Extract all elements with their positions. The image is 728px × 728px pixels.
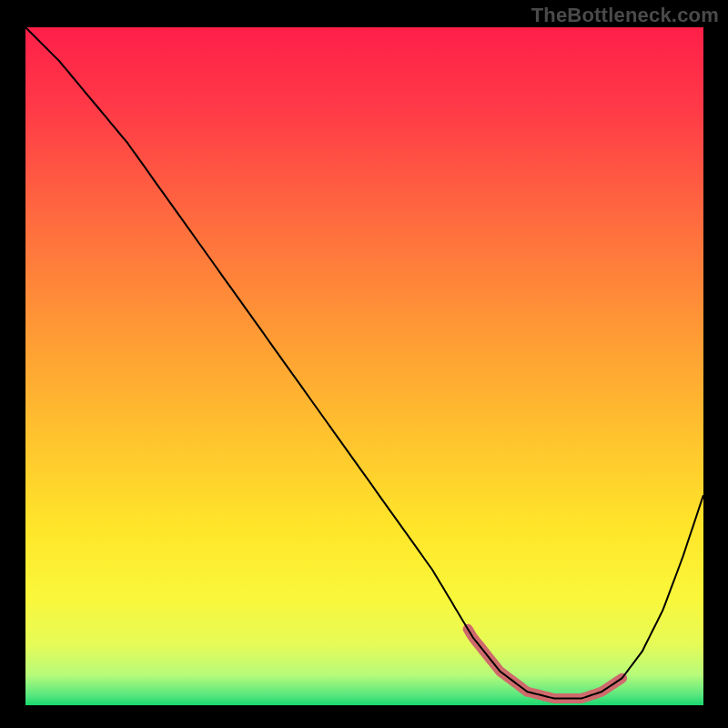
chart-frame: { "watermark": "TheBottleneck.com", "plo… [0, 0, 728, 728]
watermark-text: TheBottleneck.com [531, 4, 719, 27]
plot-background [25, 27, 703, 705]
bottleneck-chart [0, 0, 728, 728]
